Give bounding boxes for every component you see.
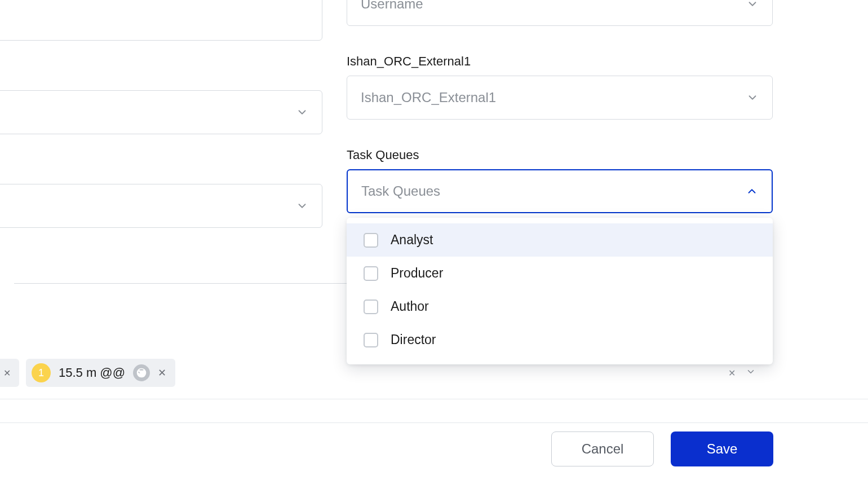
option-label: Author (391, 299, 429, 314)
checkbox[interactable] (364, 333, 378, 347)
task-queues-placeholder: Task Queues (361, 183, 440, 199)
option-director[interactable]: Director (347, 323, 773, 356)
chip-item[interactable]: 1 15.5 m @@ ✕ (26, 359, 175, 387)
checkbox[interactable] (364, 266, 378, 281)
separator-line (0, 399, 868, 399)
save-button-label: Save (707, 441, 738, 457)
chevron-up-icon (746, 185, 758, 197)
task-queues-select[interactable]: Task Queues (347, 169, 773, 213)
external1-select[interactable]: Ishan_ORC_External1 (347, 76, 773, 120)
external1-label: Ishan_ORC_External1 (347, 54, 471, 69)
chevron-down-icon (746, 0, 759, 10)
chip-text: 15.5 m @@ (59, 366, 125, 380)
left-field-label-2: al1 (0, 160, 322, 175)
option-analyst[interactable]: Analyst (347, 223, 773, 257)
separator-line-2 (0, 422, 868, 423)
username-placeholder: Username (361, 0, 423, 12)
left-select-2[interactable]: ernal1 (0, 184, 322, 228)
close-icon: ✕ (3, 368, 11, 378)
option-producer[interactable]: Producer (347, 257, 773, 290)
chip-badge: 1 (32, 363, 51, 382)
left-select-1[interactable] (0, 90, 322, 134)
option-label: Director (391, 332, 436, 347)
multiselect-tail-controls: ✕ (728, 367, 756, 379)
task-queues-label: Task Queues (347, 148, 419, 162)
option-label: Analyst (391, 232, 433, 248)
username-select[interactable]: Username (347, 0, 773, 26)
left-field-input-1[interactable] (0, 0, 322, 41)
option-author[interactable]: Author (347, 290, 773, 323)
close-icon[interactable]: ✕ (728, 368, 736, 378)
chevron-down-icon (746, 91, 759, 104)
include-user-section-label: clude User in (0, 275, 1, 291)
task-queues-dropdown: Analyst Producer Author Director (347, 218, 773, 364)
option-label: Producer (391, 266, 443, 281)
cancel-button-label: Cancel (582, 441, 624, 457)
external1-placeholder: Ishan_ORC_External1 (361, 90, 496, 105)
save-button[interactable]: Save (671, 431, 773, 466)
checkbox[interactable] (364, 233, 378, 248)
footer-actions: Cancel Save (0, 424, 868, 466)
globe-icon (133, 364, 150, 381)
chip-remove-icon[interactable]: ✕ (158, 367, 166, 379)
chevron-down-icon (296, 200, 308, 212)
chevron-down-icon[interactable] (746, 367, 756, 379)
cancel-button[interactable]: Cancel (551, 431, 654, 466)
checkbox[interactable] (364, 300, 378, 314)
chip-partial-remove[interactable]: ✕ (0, 359, 19, 387)
chevron-down-icon (296, 106, 308, 118)
